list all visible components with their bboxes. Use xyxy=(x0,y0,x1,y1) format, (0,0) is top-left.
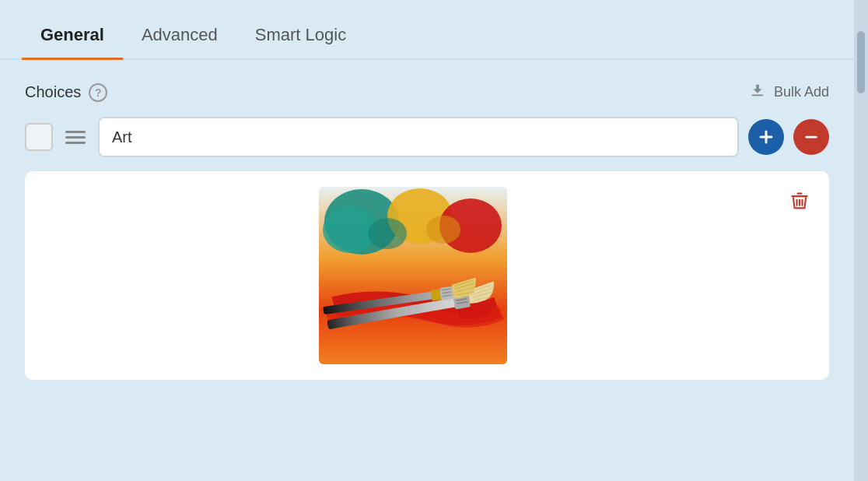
svg-rect-15 xyxy=(439,286,453,300)
help-icon[interactable]: ? xyxy=(89,83,107,102)
bulk-add-button[interactable]: Bulk Add xyxy=(749,82,829,103)
choice-input[interactable] xyxy=(98,117,739,157)
drag-handle[interactable] xyxy=(62,128,89,147)
scrollbar-thumb[interactable] xyxy=(857,31,865,93)
choice-row xyxy=(25,117,829,157)
bulk-add-label: Bulk Add xyxy=(774,84,829,100)
bulk-add-icon xyxy=(749,82,766,103)
plus-icon xyxy=(757,128,775,146)
scrollbar-area xyxy=(854,0,868,481)
choices-label-group: Choices ? xyxy=(25,83,107,102)
drag-line-3 xyxy=(65,142,86,144)
drag-line-2 xyxy=(65,136,86,139)
drag-line-1 xyxy=(65,131,86,133)
remove-choice-button[interactable] xyxy=(793,119,829,155)
choice-checkbox[interactable] xyxy=(25,123,53,151)
tab-bar: General Advanced Smart Logic xyxy=(0,0,854,60)
tab-general[interactable]: General xyxy=(22,14,123,60)
image-container xyxy=(40,187,786,364)
add-choice-button[interactable] xyxy=(748,119,784,155)
minus-icon xyxy=(803,128,820,146)
svg-point-7 xyxy=(426,216,460,244)
art-svg xyxy=(319,187,507,364)
main-content: General Advanced Smart Logic Choices ? B… xyxy=(0,0,854,481)
tab-advanced[interactable]: Advanced xyxy=(123,14,236,60)
image-card xyxy=(25,171,829,380)
content-area: Choices ? Bulk Add xyxy=(0,60,854,402)
trash-icon xyxy=(789,190,810,212)
tab-smart-logic[interactable]: Smart Logic xyxy=(236,14,365,60)
svg-rect-20 xyxy=(797,193,803,195)
delete-image-button[interactable] xyxy=(786,187,814,219)
svg-rect-14 xyxy=(431,289,442,301)
svg-rect-0 xyxy=(752,95,764,97)
svg-point-6 xyxy=(368,218,407,249)
choices-header: Choices ? Bulk Add xyxy=(25,82,829,103)
svg-rect-19 xyxy=(792,195,808,197)
art-image xyxy=(319,187,507,364)
choices-label: Choices xyxy=(25,83,81,101)
